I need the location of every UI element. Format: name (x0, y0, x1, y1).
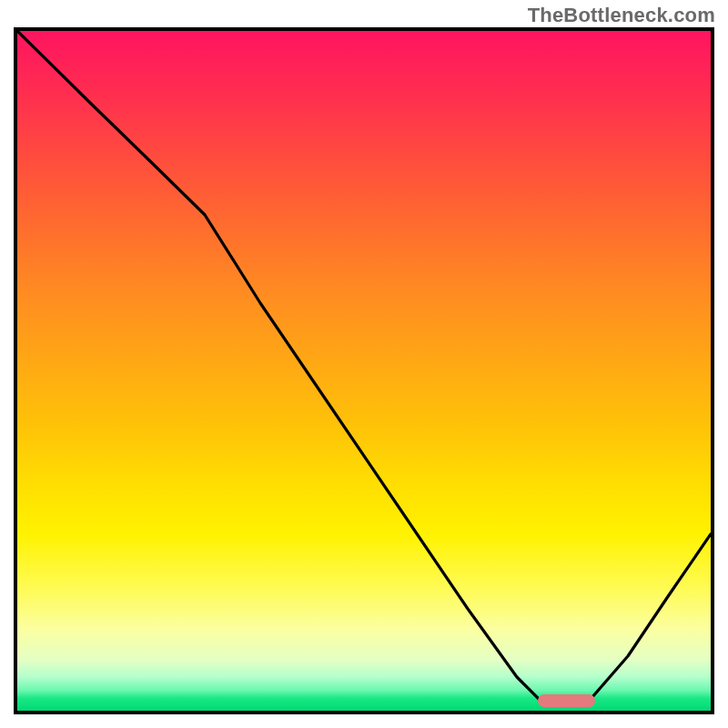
chart-stage: TheBottleneck.com (0, 0, 728, 728)
optimal-range-marker (538, 694, 595, 707)
curve-layer (17, 31, 711, 711)
bottleneck-curve (17, 31, 711, 704)
watermark-text: TheBottleneck.com (528, 4, 715, 27)
plot-frame (14, 27, 714, 714)
